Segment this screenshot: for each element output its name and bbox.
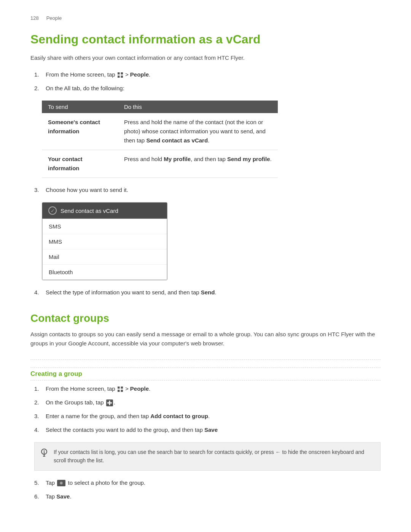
sending-intro: Easily share with others your own contac…	[30, 53, 381, 62]
creating-step-3: 3. Enter a name for the group, and then …	[30, 412, 381, 421]
table-cell-1-1: Someone's contact information	[42, 113, 118, 150]
table-row-1: Someone's contact information Press and …	[42, 113, 278, 150]
dialog-check-icon: ✓	[48, 206, 57, 215]
svg-rect-3	[121, 76, 123, 78]
creating-step-num-2: 2.	[34, 398, 42, 407]
creating-step-num-3: 3.	[34, 412, 42, 421]
dialog-item-mail: Mail	[43, 249, 167, 265]
table-header-col1: To send	[42, 101, 118, 113]
creating-step-1: 1. From the Home screen, tap > People.	[30, 384, 381, 393]
creating-step-num-6: 6.	[34, 492, 42, 501]
svg-rect-0	[118, 72, 120, 75]
sending-step4-list: 4. Select the type of information you wa…	[30, 288, 381, 297]
svg-rect-2	[118, 76, 120, 78]
svg-rect-6	[118, 390, 120, 392]
plus-icon	[106, 399, 113, 406]
tip-icon	[39, 448, 49, 458]
step-num-1: 1.	[34, 70, 42, 79]
dialog-item-mms: MMS	[43, 234, 167, 249]
dialog-title: Send contact as vCard	[61, 208, 118, 214]
page-header: 128 People	[30, 15, 381, 21]
sending-step-2: 2. On the All tab, do the following:	[30, 84, 381, 93]
step-num-2: 2.	[34, 84, 42, 93]
save-label-2: Save	[56, 493, 70, 500]
sending-step-4: 4. Select the type of information you wa…	[30, 288, 381, 297]
creating-step-text-4: Select the contacts you want to add to t…	[46, 425, 381, 435]
send-label: Send	[201, 289, 215, 296]
dialog-item-bluetooth: Bluetooth	[43, 265, 167, 280]
dialog-items-list: SMS MMS Mail Bluetooth	[42, 219, 167, 280]
creating-step-text-3: Enter a name for the group, and then tap…	[46, 412, 381, 421]
svg-rect-5	[121, 387, 123, 389]
svg-point-18	[61, 482, 62, 484]
sending-step3-list: 3. Choose how you want to send it.	[30, 185, 381, 195]
creating-step-num-1: 1.	[34, 384, 42, 393]
grid-icon-2	[118, 387, 123, 392]
sending-step-3: 3. Choose how you want to send it.	[30, 185, 381, 195]
sending-step-1: 1. From the Home screen, tap > People.	[30, 70, 381, 79]
step-num-3: 3.	[34, 185, 42, 195]
table-cell-2-1: Your contact information	[42, 150, 118, 178]
creating-step-num-5: 5.	[34, 478, 42, 487]
breadcrumb: People	[46, 15, 62, 21]
creating-step-text-2: On the Groups tab, tap .	[46, 398, 381, 407]
creating-group-steps-continued: 5. Tap to select a photo for the group. …	[30, 478, 381, 501]
table-cell-1-2: Press and hold the name of the contact (…	[118, 113, 278, 150]
section-title-vcard: Sending contact information as a vCard	[30, 32, 381, 46]
table-row-2: Your contact information Press and hold …	[42, 150, 278, 178]
section-title-contact-groups: Contact groups	[30, 312, 381, 324]
step-text-2: On the All tab, do the following:	[46, 84, 381, 93]
photo-select-icon	[57, 480, 65, 486]
creating-step-text-1: From the Home screen, tap > People.	[46, 384, 381, 393]
send-my-profile-label: Send my profile	[227, 156, 270, 162]
grid-icon-1	[118, 72, 123, 78]
my-profile-label: My profile	[164, 156, 191, 162]
creating-group-steps: 1. From the Home screen, tap > People. 2…	[30, 384, 381, 435]
svg-rect-4	[118, 387, 120, 389]
contact-groups-intro: Assign contacts to groups so you can eas…	[30, 330, 381, 348]
step-text-1: From the Home screen, tap > People.	[46, 70, 381, 79]
creating-step-text-5: Tap to select a photo for the group.	[46, 478, 381, 487]
creating-step-2: 2. On the Groups tab, tap .	[30, 398, 381, 407]
contact-groups-section: Contact groups Assign contacts to groups…	[30, 312, 381, 501]
add-contact-to-group-label: Add contact to group	[150, 413, 208, 419]
table-cell-2-2: Press and hold My profile, and then tap …	[118, 150, 278, 178]
creating-step-4: 4. Select the contacts you want to add t…	[30, 425, 381, 435]
send-contact-label: Send contact as vCard	[146, 137, 208, 144]
people-label-1: People	[130, 71, 149, 78]
step-text-3: Choose how you want to send it.	[46, 185, 381, 195]
svg-point-14	[44, 451, 45, 452]
table-header-col2: Do this	[118, 101, 278, 113]
sending-steps-list: 1. From the Home screen, tap > People. 2…	[30, 70, 381, 93]
creating-step-text-6: Tap Save.	[46, 492, 381, 501]
save-label-1: Save	[204, 427, 218, 433]
send-dialog-screenshot: ✓ Send contact as vCard SMS MMS Mail Blu…	[42, 202, 167, 280]
step-text-4: Select the type of information you want …	[46, 288, 381, 297]
tip-text: If your contacts list is long, you can u…	[54, 449, 364, 463]
step-num-4: 4.	[34, 288, 42, 297]
creating-step-6: 6. Tap Save.	[30, 492, 381, 501]
people-label-2: People	[130, 385, 149, 392]
svg-rect-7	[121, 390, 123, 392]
svg-rect-10	[107, 403, 112, 404]
section-divider	[30, 359, 381, 360]
creating-step-num-4: 4.	[34, 425, 42, 435]
creating-step-5: 5. Tap to select a photo for the group.	[30, 478, 381, 487]
svg-rect-1	[121, 72, 123, 75]
dialog-header: ✓ Send contact as vCard	[42, 203, 167, 219]
creating-group-subtitle: Creating a group	[30, 367, 381, 380]
vcard-table: To send Do this Someone's contact inform…	[42, 101, 278, 178]
dialog-item-sms: SMS	[43, 219, 167, 234]
page-number: 128	[30, 15, 39, 21]
tip-box: If your contacts list is long, you can u…	[34, 442, 381, 471]
